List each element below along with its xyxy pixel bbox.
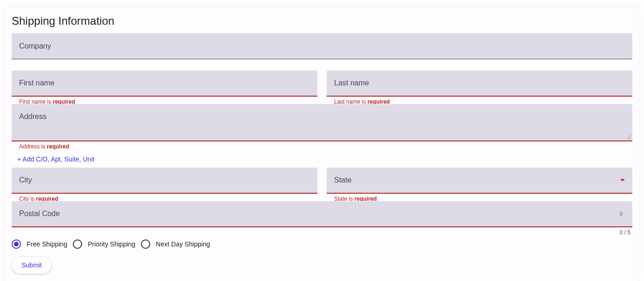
state-label: State <box>334 176 351 184</box>
form-title: Shipping Information <box>12 14 632 28</box>
postal-code-label: Postal Code <box>19 210 60 218</box>
svg-line-1 <box>629 137 631 139</box>
shipping-form-card: Shipping Information Company First name … <box>4 7 640 281</box>
shipping-option-nextday[interactable]: Next Day Shipping <box>141 239 210 249</box>
address-error: Address is required <box>12 141 632 151</box>
city-label: City <box>19 176 32 184</box>
radio-label: Priority Shipping <box>88 240 135 248</box>
radio-icon <box>12 239 21 249</box>
shipping-option-free[interactable]: Free Shipping <box>12 239 67 249</box>
shipping-option-priority[interactable]: Priority Shipping <box>73 239 135 249</box>
address-field[interactable]: Address <box>12 104 632 141</box>
radio-label: Next Day Shipping <box>156 240 210 248</box>
resize-handle-icon <box>626 134 631 140</box>
radio-icon <box>73 239 82 249</box>
radio-label: Free Shipping <box>27 240 67 248</box>
last-name-label: Last name <box>334 79 369 87</box>
first-name-field[interactable]: First name <box>12 70 317 97</box>
svg-line-0 <box>627 135 631 139</box>
first-name-label: First name <box>19 79 55 87</box>
company-field[interactable]: Company <box>12 33 632 59</box>
city-field[interactable]: City <box>12 168 317 194</box>
state-select[interactable]: State <box>327 168 632 194</box>
postal-code-counter: 0 / 5 <box>620 229 630 236</box>
svg-line-2 <box>630 139 631 139</box>
company-label: Company <box>19 42 51 50</box>
add-address-line-button[interactable]: + Add C/O, Apt, Suite, Unit <box>12 151 100 168</box>
postal-code-field[interactable]: Postal Code <box>12 201 632 227</box>
radio-icon <box>141 239 150 249</box>
submit-button[interactable]: Submit <box>12 256 52 274</box>
dropdown-arrow-icon <box>620 179 625 182</box>
address-label: Address <box>19 112 47 121</box>
number-stepper-icon[interactable] <box>619 209 626 218</box>
last-name-field[interactable]: Last name <box>327 70 632 97</box>
shipping-options-group: Free Shipping Priority Shipping Next Day… <box>12 239 632 249</box>
